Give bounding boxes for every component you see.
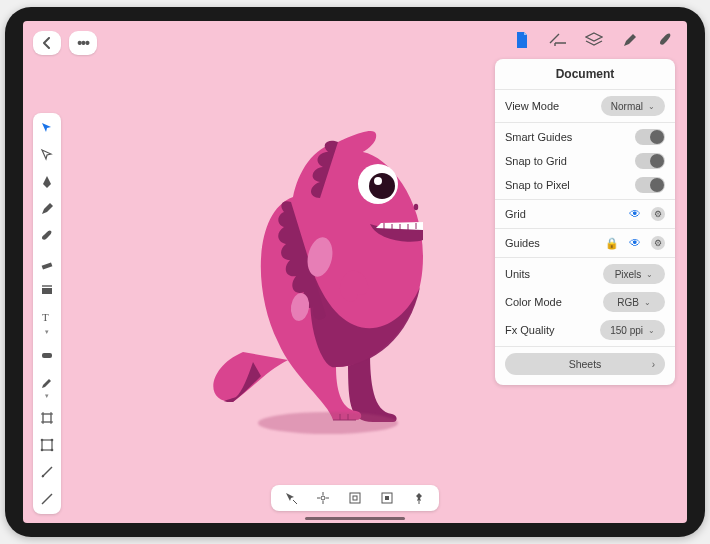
dropdown-icon: ▾ (45, 328, 49, 336)
sheets-button[interactable]: Sheets › (505, 353, 665, 375)
svg-point-15 (369, 173, 395, 199)
pin-icon[interactable] (411, 490, 427, 506)
grid-label: Grid (505, 208, 526, 220)
chevron-down-icon: ⌄ (644, 298, 651, 307)
move-tool[interactable] (38, 119, 56, 137)
eraser-tool[interactable] (38, 254, 56, 272)
text-tool[interactable]: T (38, 308, 56, 326)
crop-tool[interactable] (38, 436, 56, 454)
svg-point-11 (42, 475, 44, 477)
back-button[interactable] (33, 31, 61, 55)
snap-grid-toggle[interactable] (635, 153, 665, 169)
fx-quality-value: 150 ppi (610, 325, 643, 336)
home-indicator (305, 517, 405, 520)
color-mode-value: RGB (617, 297, 639, 308)
snap-pixel-toggle[interactable] (635, 177, 665, 193)
svg-point-18 (321, 496, 325, 500)
chevron-down-icon: ⌄ (648, 326, 655, 335)
grid-settings-icon[interactable]: ⚙ (651, 207, 665, 221)
color-mode-label: Color Mode (505, 296, 562, 308)
pencil-icon[interactable] (621, 31, 639, 49)
bottom-toolbar (271, 485, 439, 511)
view-mode-row: View Mode Normal⌄ (495, 92, 675, 120)
color-picker-tool[interactable] (38, 372, 56, 390)
document-panel: Document View Mode Normal⌄ Smart Guides … (495, 59, 675, 385)
snap-pixel-label: Snap to Pixel (505, 179, 570, 191)
view-mode-value: Normal (611, 101, 643, 112)
dinosaur-illustration (198, 102, 458, 442)
guides-visibility-icon[interactable]: 👁 (629, 236, 641, 250)
dropdown-icon: ▾ (45, 392, 49, 400)
pen-tool[interactable] (38, 173, 56, 191)
smart-guides-toggle[interactable] (635, 129, 665, 145)
guides-row: Guides 🔒 👁 ⚙ (495, 231, 675, 255)
brush-icon[interactable] (657, 31, 675, 49)
svg-rect-22 (385, 496, 389, 500)
fx-quality-row: Fx Quality 150 ppi⌄ (495, 316, 675, 344)
sheets-label: Sheets (569, 358, 602, 370)
slice-tool[interactable] (38, 463, 56, 481)
svg-rect-6 (42, 440, 52, 450)
node-tool[interactable] (38, 146, 56, 164)
svg-point-10 (51, 449, 54, 452)
svg-rect-19 (350, 493, 360, 503)
dino-shadow (258, 412, 398, 434)
svg-point-8 (51, 439, 54, 442)
grid-row: Grid 👁 ⚙ (495, 202, 675, 226)
svg-rect-5 (43, 414, 51, 422)
layers-icon[interactable] (585, 31, 603, 49)
units-value: Pixels (615, 269, 642, 280)
cursor-snap-icon[interactable] (283, 490, 299, 506)
app-screen: ••• (23, 21, 687, 523)
bounds-on-icon[interactable] (379, 490, 395, 506)
units-row: Units Pixels⌄ (495, 260, 675, 288)
top-left-controls: ••• (33, 31, 97, 55)
snap-pixel-row: Snap to Pixel (495, 173, 675, 197)
view-mode-label: View Mode (505, 100, 559, 112)
svg-text:T: T (42, 311, 49, 323)
top-right-icons (513, 31, 675, 49)
pencil-tool[interactable] (38, 200, 56, 218)
guides-lock-icon[interactable]: 🔒 (605, 237, 619, 250)
fx-quality-select[interactable]: 150 ppi⌄ (600, 320, 665, 340)
smart-guides-label: Smart Guides (505, 131, 572, 143)
view-mode-select[interactable]: Normal⌄ (601, 96, 665, 116)
ipad-frame: ••• (5, 7, 705, 537)
chevron-down-icon: ⌄ (648, 102, 655, 111)
guides-settings-icon[interactable]: ⚙ (651, 236, 665, 250)
color-mode-row: Color Mode RGB⌄ (495, 288, 675, 316)
smart-guides-row: Smart Guides (495, 125, 675, 149)
chevron-right-icon: › (652, 359, 655, 370)
svg-rect-0 (42, 262, 53, 269)
color-mode-select[interactable]: RGB⌄ (603, 292, 665, 312)
shape-tool[interactable] (38, 281, 56, 299)
panel-title: Document (495, 59, 675, 87)
more-menu-button[interactable]: ••• (69, 31, 97, 55)
svg-rect-20 (353, 496, 357, 500)
svg-rect-2 (42, 285, 52, 287)
chevron-left-icon (42, 37, 52, 49)
units-select[interactable]: Pixels⌄ (603, 264, 665, 284)
brush-tool[interactable] (38, 227, 56, 245)
svg-point-17 (414, 204, 418, 210)
bounds-off-icon[interactable] (347, 490, 363, 506)
grid-visibility-icon[interactable]: 👁 (629, 207, 641, 221)
svg-point-9 (41, 449, 44, 452)
left-toolbar: T ▾ ▾ (33, 113, 61, 514)
units-label: Units (505, 268, 530, 280)
snap-grid-row: Snap to Grid (495, 149, 675, 173)
ruler-icon[interactable] (549, 31, 567, 49)
svg-rect-4 (42, 353, 52, 358)
artboard-tool[interactable] (38, 409, 56, 427)
svg-point-7 (41, 439, 44, 442)
align-center-icon[interactable] (315, 490, 331, 506)
guides-label: Guides (505, 237, 540, 249)
gradient-tool[interactable] (38, 345, 56, 363)
canvas-artwork (198, 102, 458, 442)
document-icon[interactable] (513, 31, 531, 49)
chevron-down-icon: ⌄ (646, 270, 653, 279)
snap-grid-label: Snap to Grid (505, 155, 567, 167)
line-tool[interactable] (38, 490, 56, 508)
svg-rect-1 (42, 288, 52, 294)
svg-point-16 (374, 177, 382, 185)
